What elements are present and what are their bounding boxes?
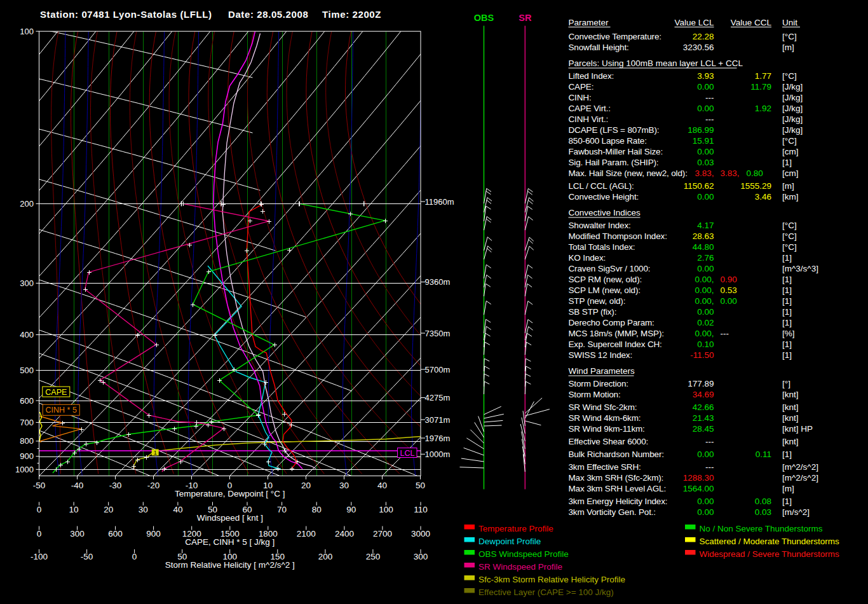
svg-text:[1]: [1] xyxy=(782,318,792,327)
svg-text:[km]: [km] xyxy=(782,192,799,202)
svg-text:7350m: 7350m xyxy=(425,329,451,338)
svg-text:MCS 18m/s (MMP, MSP):: MCS 18m/s (MMP, MSP): xyxy=(569,329,664,338)
svg-text:1000: 1000 xyxy=(15,465,34,474)
svg-text:Storm Motion:: Storm Motion: xyxy=(569,390,621,399)
svg-text:0.53: 0.53 xyxy=(721,285,737,295)
svg-text:0.11: 0.11 xyxy=(756,450,771,459)
svg-text:1976m: 1976m xyxy=(425,434,451,443)
svg-text:Effective Layer (CAPE >= 100 J: Effective Layer (CAPE >= 100 J/kg) xyxy=(478,587,614,597)
svg-text:0.00: 0.00 xyxy=(697,147,714,156)
svg-text:Station: 07481 Lyon-Satolas (L: Station: 07481 Lyon-Satolas (LFLL) xyxy=(40,9,212,20)
svg-text:2700: 2700 xyxy=(373,529,392,539)
svg-text:700: 700 xyxy=(20,418,34,427)
svg-text:[knt]: [knt] xyxy=(782,413,799,423)
svg-text:OBS: OBS xyxy=(474,13,494,23)
svg-text:Windspeed [ knt ]: Windspeed [ knt ] xyxy=(197,513,263,523)
svg-text:SR: SR xyxy=(519,13,532,23)
svg-text:[m^3/s^3]: [m^3/s^3] xyxy=(782,264,818,273)
svg-text:250: 250 xyxy=(366,552,381,561)
svg-text:44.80: 44.80 xyxy=(693,242,714,252)
svg-text:0.00,: 0.00, xyxy=(695,296,714,306)
svg-text:0.02: 0.02 xyxy=(697,318,714,327)
svg-text:30: 30 xyxy=(139,505,148,514)
svg-text:LCL / CCL (AGL):: LCL / CCL (AGL): xyxy=(569,181,634,191)
svg-text:Effective Shear 6000:: Effective Shear 6000: xyxy=(569,437,649,446)
svg-text:Value CCL: Value CCL xyxy=(731,18,772,27)
svg-text:177.89: 177.89 xyxy=(688,379,714,388)
svg-text:50: 50 xyxy=(416,481,425,490)
svg-text:Total Totals Index:: Total Totals Index: xyxy=(569,242,635,252)
svg-text:400: 400 xyxy=(20,330,34,340)
svg-text:3000: 3000 xyxy=(411,529,430,539)
svg-text:Wind Parameters: Wind Parameters xyxy=(569,366,635,376)
svg-text:SCP RM (new, old):: SCP RM (new, old): xyxy=(569,275,642,284)
svg-text:[1]: [1] xyxy=(782,296,792,306)
svg-text:10: 10 xyxy=(69,505,79,514)
svg-text:3.83,: 3.83, xyxy=(695,168,714,178)
svg-text:100: 100 xyxy=(20,27,34,36)
svg-text:[1]: [1] xyxy=(782,253,792,263)
svg-text:LCL: LCL xyxy=(400,449,415,458)
svg-text:0.00: 0.00 xyxy=(697,82,714,92)
svg-text:1.77: 1.77 xyxy=(755,71,771,81)
svg-text:[knt] HP: [knt] HP xyxy=(782,424,813,434)
svg-text:SR Wind 4km-6km:: SR Wind 4km-6km: xyxy=(569,413,641,423)
svg-text:3km Vorticity Gen. Pot.:: 3km Vorticity Gen. Pot.: xyxy=(569,507,656,517)
svg-text:3km Effective SRH:: 3km Effective SRH: xyxy=(569,462,641,472)
svg-text:Exp. Supercell Index CH:: Exp. Supercell Index CH: xyxy=(569,340,662,349)
svg-text:Snowfall Height:: Snowfall Height: xyxy=(569,43,629,52)
svg-text:[J/kg]: [J/kg] xyxy=(782,82,803,92)
svg-text:[1]: [1] xyxy=(782,450,792,459)
svg-text:No / Non Severe Thunderstorms: No / Non Severe Thunderstorms xyxy=(700,524,823,533)
svg-text:300: 300 xyxy=(20,278,34,288)
svg-text:-20: -20 xyxy=(147,481,160,490)
svg-text:SWISS 12 Index:: SWISS 12 Index: xyxy=(569,350,633,360)
svg-text:0.03: 0.03 xyxy=(755,507,771,517)
svg-text:22.28: 22.28 xyxy=(693,32,714,41)
svg-text:[J/kg]: [J/kg] xyxy=(782,114,803,124)
svg-text:Parameter: Parameter xyxy=(569,18,609,27)
svg-text:OBS Windspeed Profile: OBS Windspeed Profile xyxy=(478,549,569,559)
svg-text:28.63: 28.63 xyxy=(693,231,714,241)
svg-text:Convective Height:: Convective Height: xyxy=(569,192,639,202)
svg-text:34.69: 34.69 xyxy=(693,390,714,399)
svg-text:0.00: 0.00 xyxy=(697,450,714,459)
svg-text:DCAPE (LFS = 807mB):: DCAPE (LFS = 807mB): xyxy=(569,125,660,135)
svg-text:Convective Indices: Convective Indices xyxy=(569,208,641,217)
svg-text:30: 30 xyxy=(339,481,349,490)
svg-text:11.79: 11.79 xyxy=(750,82,771,92)
svg-text:15.91: 15.91 xyxy=(693,136,714,146)
svg-text:600: 600 xyxy=(108,529,123,539)
svg-text:[J/kg]: [J/kg] xyxy=(782,104,803,113)
svg-text:Showalter Index:: Showalter Index: xyxy=(569,221,631,230)
svg-text:Lifted Index:: Lifted Index: xyxy=(569,71,614,81)
svg-text:200: 200 xyxy=(20,199,34,209)
svg-text:-11.50: -11.50 xyxy=(690,350,714,360)
svg-text:CAPE Virt.:: CAPE Virt.: xyxy=(569,104,611,113)
svg-text:SB STP (fix):: SB STP (fix): xyxy=(569,307,617,317)
svg-text:3.83,: 3.83, xyxy=(721,168,740,178)
svg-text:0.03: 0.03 xyxy=(697,158,714,167)
svg-text:[1]: [1] xyxy=(782,497,792,506)
svg-text:600: 600 xyxy=(20,396,34,406)
svg-text:[%]: [%] xyxy=(782,329,795,338)
svg-text:Widespread / Severe Thundersto: Widespread / Severe Thunderstorms xyxy=(700,549,840,559)
svg-text:[°C]: [°C] xyxy=(782,136,797,146)
svg-text:[°C]: [°C] xyxy=(782,221,797,230)
svg-text:SR Wind 9km-11km:: SR Wind 9km-11km: xyxy=(569,424,645,434)
svg-text:Temperature, Dewpoint [ °C ]: Temperature, Dewpoint [ °C ] xyxy=(175,489,285,498)
svg-text:0.00: 0.00 xyxy=(697,507,714,517)
svg-text:2.76: 2.76 xyxy=(697,253,714,263)
svg-text:---: --- xyxy=(705,462,714,472)
svg-text:-50: -50 xyxy=(33,481,46,490)
svg-text:0.00: 0.00 xyxy=(697,497,714,506)
svg-text:CINH Virt.:: CINH Virt.: xyxy=(569,114,609,124)
svg-text:200: 200 xyxy=(318,552,333,561)
svg-text:850-600 Lapse Rate:: 850-600 Lapse Rate: xyxy=(569,136,647,146)
svg-text:0.00: 0.00 xyxy=(721,296,737,306)
svg-text:3230.56: 3230.56 xyxy=(683,43,714,52)
svg-text:CINH * 5: CINH * 5 xyxy=(46,406,77,415)
svg-text:0: 0 xyxy=(37,529,42,539)
svg-text:1288.30: 1288.30 xyxy=(683,473,714,483)
svg-text:Temperature Profile: Temperature Profile xyxy=(478,524,553,533)
